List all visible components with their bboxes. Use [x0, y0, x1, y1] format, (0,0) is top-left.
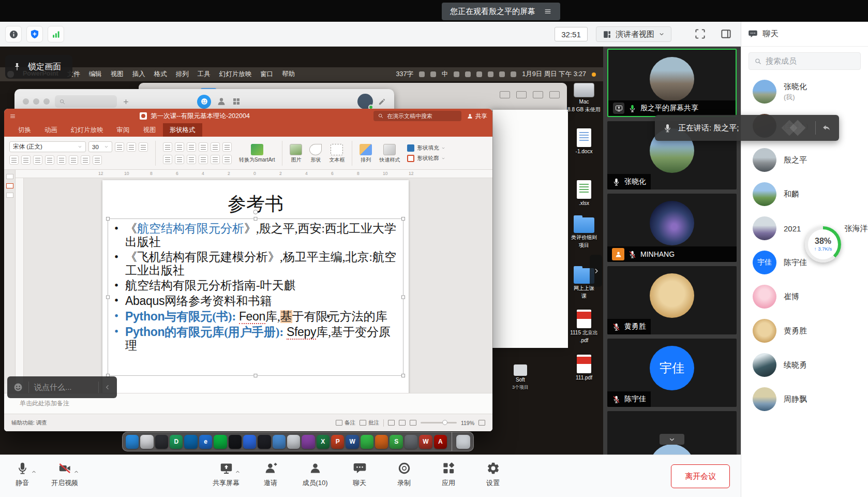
expand-options-chevron[interactable]	[235, 469, 241, 475]
emoji-icon[interactable]	[13, 382, 23, 392]
mac-menu-10[interactable]: 帮助	[282, 70, 295, 79]
dock-trash-icon[interactable]	[456, 435, 470, 449]
dock-app-icon-3[interactable]: D	[170, 435, 183, 449]
video-tile-more[interactable]	[607, 411, 737, 455]
shape-fill-button[interactable]: 形状填充	[407, 144, 445, 152]
zoom-level[interactable]: 119%	[461, 420, 474, 426]
resize-handle[interactable]	[401, 217, 405, 221]
slide-bullet-0[interactable]: 《航空结构有限元分析》,殷之平,西安:西北工业大学出版社	[111, 222, 401, 249]
ppt-tab-视图[interactable]: 视图	[137, 123, 163, 137]
toolbar-共享屏幕-button[interactable]: 共享屏幕	[210, 460, 242, 488]
toolbar-邀请-button[interactable]: 邀请	[255, 460, 287, 488]
slideshow-view-button[interactable]	[410, 420, 416, 426]
banner-menu-icon[interactable]	[544, 7, 552, 16]
member-row-续晓勇[interactable]: 续晓勇	[741, 348, 868, 382]
dock-app-icon-6[interactable]	[214, 435, 227, 449]
expand-options-chevron[interactable]	[73, 469, 79, 475]
notes-toggle-button[interactable]: 备注	[336, 419, 355, 427]
ppt-tab-幻灯片放映[interactable]: 幻灯片放映	[64, 123, 110, 137]
dock-app-icon-10[interactable]	[273, 435, 286, 449]
text-direction-button[interactable]	[211, 155, 220, 164]
fit-slide-button[interactable]	[478, 420, 485, 426]
ppt-menu-icon[interactable]	[9, 113, 16, 120]
menubar-status-icon[interactable]	[488, 71, 493, 77]
toolbar-应用-button[interactable]: 应用	[432, 460, 465, 488]
dock-app-icon-9[interactable]	[258, 435, 271, 449]
desktop-icon-类评价细则[interactable]: 类评价细则项目	[566, 217, 602, 248]
ppt-share-button[interactable]: 共享	[467, 112, 487, 120]
shrink-font-button[interactable]	[127, 142, 136, 152]
font-color-button[interactable]	[93, 155, 102, 165]
resize-handle[interactable]	[106, 217, 110, 221]
columns-button[interactable]	[222, 142, 232, 152]
menubar-status-icon[interactable]	[454, 71, 459, 77]
dock-app-icon-15[interactable]: W	[346, 435, 358, 449]
indent-button[interactable]	[199, 142, 208, 152]
dock-app-icon-4[interactable]	[184, 435, 197, 449]
grow-font-button[interactable]	[115, 142, 124, 152]
video-tile-殷之平的屏幕共享[interactable]: 殷之平的屏幕共享	[607, 49, 737, 117]
network-signal-button[interactable]	[48, 26, 64, 42]
line-spacing-button[interactable]	[211, 142, 220, 152]
insert-picture-button[interactable]: 图片	[290, 144, 302, 163]
thumbnail-collapse-handle[interactable]	[590, 255, 602, 287]
menubar-status-icon[interactable]	[465, 71, 471, 77]
number-list-button[interactable]	[175, 142, 184, 152]
member-row-崔博[interactable]: 崔博	[741, 280, 868, 314]
menubar-status-icon[interactable]	[476, 71, 482, 77]
resize-handle[interactable]	[106, 296, 110, 299]
video-tile-MINHANG[interactable]: MINHANG	[607, 194, 737, 262]
highlight-button[interactable]	[81, 155, 90, 165]
desktop-icon-1115 北京出[interactable]: 1115 北京出.pdf	[566, 310, 602, 344]
toolbar-设置-button[interactable]: 设置	[477, 460, 509, 488]
mac-menu-6[interactable]: 排列	[176, 70, 189, 79]
side-panel-toggle-button[interactable]	[720, 28, 732, 40]
apps-tab-icon[interactable]	[232, 97, 241, 106]
app-search-field[interactable]	[55, 95, 117, 108]
desktop-icon-.xlsx[interactable]: .xlsx	[566, 180, 602, 207]
font-name-select[interactable]: 宋体 (正文)	[9, 141, 86, 152]
dock-app-icon-17[interactable]	[375, 435, 388, 449]
dock-app-icon-7[interactable]	[229, 435, 242, 449]
justify-button[interactable]	[199, 155, 208, 164]
member-row-周静飘[interactable]: 周静飘	[741, 382, 868, 416]
desktop-icon-111.pdf[interactable]: 111.pdf	[566, 355, 602, 381]
dock-app-icon-8[interactable]	[243, 435, 256, 449]
resize-handle[interactable]	[401, 374, 405, 377]
superscript-button[interactable]	[57, 155, 66, 165]
contacts-tab-icon[interactable]	[216, 96, 227, 107]
rotate-handle[interactable]	[253, 210, 258, 214]
slide-bullet-2[interactable]: 航空结构有限元分析指南-叶天麒	[111, 279, 401, 293]
ppt-tab-审阅[interactable]: 审阅	[110, 123, 137, 137]
insert-shape-button[interactable]: 形状	[309, 144, 322, 163]
ppt-tab-切换[interactable]: 切换	[11, 123, 38, 137]
align-right-button[interactable]	[187, 155, 196, 164]
watching-banner[interactable]: 您正在观看殷之平的屏幕	[442, 3, 560, 20]
avatar[interactable]	[357, 94, 373, 109]
window-controls[interactable]	[23, 98, 50, 105]
toolbar-view-icon[interactable]	[500, 91, 510, 98]
menubar-status-icon[interactable]	[511, 71, 516, 77]
ppt-search-field[interactable]: 在演示文稿中搜索	[373, 111, 461, 121]
dock-app-icon-5[interactable]: e	[199, 435, 212, 449]
dock-app-icon-11[interactable]	[287, 435, 300, 449]
ppt-tab-形状格式[interactable]: 形状格式	[163, 123, 202, 137]
member-row-黄勇胜[interactable]: 黄勇胜	[741, 314, 868, 348]
dock-app-icon-18[interactable]: S	[390, 435, 402, 449]
dock-app-icon-2[interactable]	[155, 435, 168, 449]
toolbar-view-icon[interactable]	[516, 91, 527, 98]
dock-app-icon-19[interactable]	[405, 435, 417, 449]
slide-bullet-1[interactable]: 《飞机结构有限元建模分析》,杨卫平主编,北京:航空工业出版社	[111, 251, 401, 277]
zoom-slider[interactable]	[421, 422, 457, 423]
quick-style-button[interactable]: 快速样式	[379, 144, 400, 163]
scroll-down-tiles-button[interactable]	[660, 434, 684, 445]
menubar-status-icon[interactable]	[419, 71, 425, 77]
dock-app-icon-0[interactable]	[126, 435, 139, 449]
arrange-button[interactable]: 排列	[360, 144, 372, 163]
toolbar-静音-button[interactable]: 静音	[6, 460, 38, 488]
bold-button[interactable]	[9, 155, 19, 165]
toolbar-开启视频-button[interactable]: 开启视频	[49, 460, 81, 488]
bullet-list-button[interactable]	[163, 142, 172, 152]
slide-sorter-view-button[interactable]	[399, 420, 406, 426]
member-search-input[interactable]: 搜索成员	[749, 52, 861, 70]
